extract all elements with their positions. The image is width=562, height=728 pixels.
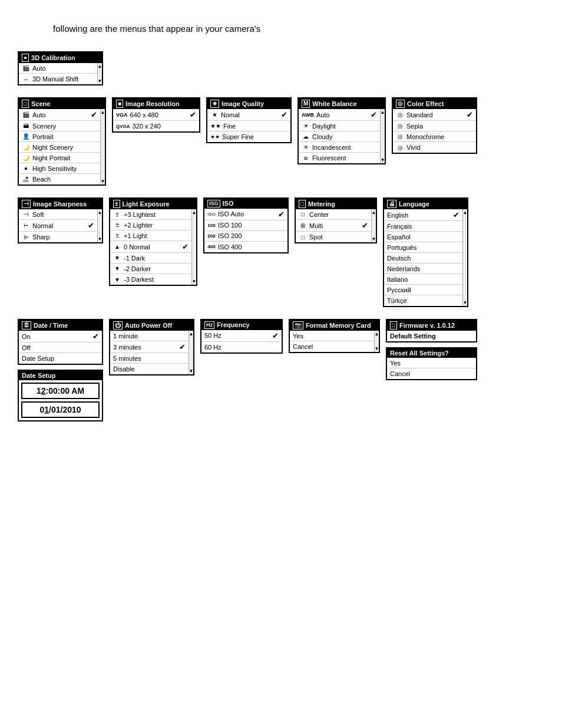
list-item[interactable]: Español <box>384 232 462 242</box>
list-item[interactable]: Português <box>384 242 462 253</box>
list-item[interactable]: Italiano <box>384 274 462 285</box>
list-item[interactable]: ↔ 3D Manual Shift <box>19 74 97 84</box>
list-item[interactable]: ± +2 Lighter <box>110 220 191 230</box>
list-item[interactable]: 🌙 Night Portrait <box>19 153 100 163</box>
scroll-down[interactable]: ▼ <box>98 78 103 84</box>
list-item[interactable]: ISO ISO Auto ✔ <box>204 209 287 220</box>
list-item[interactable]: 🏖 Beach <box>19 174 100 185</box>
list-item[interactable]: ▼ -3 Darkest <box>110 274 191 285</box>
list-item[interactable]: 400 ISO 400 <box>204 242 287 252</box>
list-item[interactable]: Nederlands <box>384 263 462 274</box>
list-item[interactable]: Default Setting <box>387 331 476 341</box>
wb-header: M White Balance <box>299 98 385 109</box>
list-item[interactable]: ± +3 Lightest <box>110 209 191 220</box>
normal-icon: ⊢ <box>22 222 30 229</box>
list-item[interactable]: Disable <box>110 364 189 374</box>
p2-icon: ± <box>113 222 121 228</box>
list-item[interactable]: Cancel <box>290 341 374 352</box>
list-item[interactable]: ▲ 0 Normal ✔ <box>110 241 191 253</box>
list-item[interactable]: 200 ISO 200 <box>204 231 287 242</box>
row-0: ● 3D Calibration 🎬 Auto ↔ 3D Manual Shif… <box>18 51 544 85</box>
scroll-up[interactable]: ▲ <box>463 210 468 215</box>
menus-container: ● 3D Calibration 🎬 Auto ↔ 3D Manual Shif… <box>18 51 544 421</box>
list-item[interactable]: 🏔 Scenery <box>19 121 100 131</box>
list-item[interactable]: ★ Nomal ✔ <box>207 109 290 121</box>
metering-scrollbar: ▲ ▼ <box>371 209 376 242</box>
sharpness-scrollbar: ▲ ▼ <box>97 209 102 242</box>
list-item[interactable]: ◎ Sepia <box>393 121 476 131</box>
list-item[interactable]: 1 minute <box>110 331 189 341</box>
list-item[interactable]: ± +1 Light <box>110 230 191 241</box>
list-item[interactable]: VGA 640 x 480 ✔ <box>113 109 199 121</box>
list-item[interactable]: ☁ Cloudy <box>299 131 380 142</box>
list-item[interactable]: ⊢ Normal ✔ <box>19 220 97 232</box>
scroll-down[interactable]: ▼ <box>101 179 105 184</box>
list-item[interactable]: 👤 Portrait <box>19 131 100 142</box>
list-item[interactable]: 50 Hz ✔ <box>201 330 282 342</box>
list-item[interactable]: ≋ Fluorescent <box>299 153 380 163</box>
list-item[interactable]: Русский <box>384 285 462 295</box>
scroll-down[interactable]: ▼ <box>381 157 385 163</box>
menu-firmware: □ Firmware v. 1.0.12 Default Setting <box>386 319 477 342</box>
list-item[interactable]: Yes <box>387 358 476 368</box>
list-item[interactable]: Türkçe <box>384 295 462 306</box>
scroll-down[interactable]: ▼ <box>372 236 376 242</box>
list-item[interactable]: ▼ -1 Dark <box>110 253 191 263</box>
scroll-up[interactable]: ▲ <box>98 210 103 215</box>
list-item[interactable]: 3 minutes ✔ <box>110 341 189 353</box>
list-item[interactable]: ⊣ Soft <box>19 209 97 220</box>
scroll-up[interactable]: ▲ <box>381 110 385 115</box>
list-item[interactable]: ★★ Super Fine <box>207 131 290 142</box>
list-item[interactable]: ◎ Monochrome <box>393 131 476 142</box>
list-item[interactable]: Yes <box>290 331 374 341</box>
scroll-up[interactable]: ▲ <box>372 210 376 215</box>
scroll-up[interactable]: ▲ <box>98 64 103 69</box>
list-item[interactable]: 60 Hz <box>201 342 282 353</box>
list-item[interactable]: Off <box>19 342 102 353</box>
sharpness-header: ⊣ Image Sharpness <box>19 199 102 209</box>
list-item[interactable]: QVGA 320 x 240 <box>113 121 199 131</box>
scroll-down[interactable]: ▼ <box>463 300 468 305</box>
scroll-up[interactable]: ▲ <box>101 110 105 115</box>
p1-icon: ± <box>113 232 121 239</box>
list-item[interactable]: Deutsch <box>384 253 462 263</box>
list-item[interactable]: 100 ISO 100 <box>204 220 287 231</box>
scroll-down[interactable]: ▼ <box>98 236 103 242</box>
date-field[interactable]: 01/01/2010 <box>21 401 100 418</box>
list-item[interactable]: ▼ -2 Darker <box>110 263 191 274</box>
scroll-up[interactable]: ▲ <box>192 210 197 215</box>
scroll-up[interactable]: ▲ <box>189 331 194 337</box>
list-item[interactable]: 5 minutes <box>110 353 189 364</box>
list-item[interactable]: □ Spot <box>296 232 371 242</box>
scroll-up[interactable]: ▲ <box>375 331 379 337</box>
list-item[interactable]: 🎬 Auto ✔ <box>19 109 100 121</box>
list-item[interactable]: ★★ Fine <box>207 121 290 131</box>
image-quality-header: ★ Image Quality <box>207 98 290 109</box>
night-scenery-icon: 🌙 <box>22 144 30 150</box>
scroll-down[interactable]: ▼ <box>189 368 194 374</box>
list-item[interactable]: ◎ Standard ✔ <box>393 109 476 121</box>
list-item[interactable]: □ Center <box>296 209 371 220</box>
scroll-down[interactable]: ▼ <box>375 346 379 351</box>
list-item[interactable]: 🌙 Night Scenery <box>19 142 100 153</box>
exposure-icon: ± <box>113 200 120 208</box>
list-item[interactable]: English ✔ <box>384 209 462 221</box>
list-item[interactable]: ● High Sensitivity <box>19 163 100 174</box>
list-item[interactable]: ✳ Incandescent <box>299 142 380 153</box>
firmware-header: □ Firmware v. 1.0.12 <box>387 320 476 331</box>
list-item[interactable]: 🎬 Auto <box>19 63 97 74</box>
list-item[interactable]: ☀ Daylight <box>299 121 380 131</box>
time-field[interactable]: 12:00:00 AM <box>21 383 100 399</box>
list-item[interactable]: On ✔ <box>19 331 102 342</box>
scene-scrollbar: ▲ ▼ <box>100 109 105 185</box>
list-item[interactable]: Cancel <box>387 368 476 379</box>
list-item[interactable]: ⊞ Multi ✔ <box>296 220 371 232</box>
scroll-down[interactable]: ▼ <box>192 279 197 284</box>
list-item[interactable]: Date Setup <box>19 353 102 364</box>
auto-power-scrollbar: ▲ ▼ <box>189 331 193 374</box>
list-item[interactable]: ⊫ Sharp <box>19 232 97 242</box>
list-item[interactable]: AWB Auto ✔ <box>299 109 380 121</box>
list-item[interactable]: Français <box>384 221 462 232</box>
image-res-icon: ■ <box>116 100 123 108</box>
list-item[interactable]: ◎ Vivid <box>393 142 476 153</box>
